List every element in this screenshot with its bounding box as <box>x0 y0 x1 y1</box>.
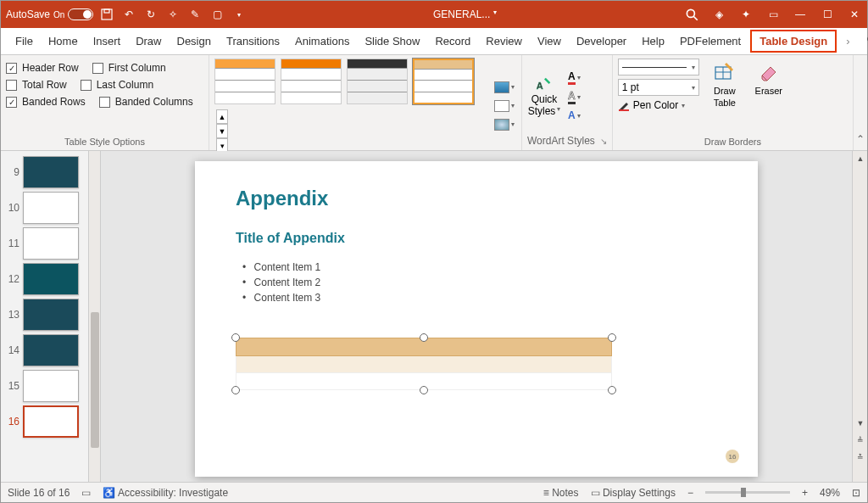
resize-handle-icon[interactable] <box>608 386 616 394</box>
zoom-out-icon[interactable]: − <box>687 487 693 499</box>
group-label-tso: Table Style Options <box>6 135 203 148</box>
thumb-scrollbar[interactable] <box>88 151 100 482</box>
thumb-9[interactable]: 9 <box>1 154 100 190</box>
tab-pdfelement[interactable]: PDFelement <box>672 28 748 54</box>
save-icon[interactable] <box>100 8 114 21</box>
tab-file[interactable]: File <box>8 28 41 54</box>
maximize-icon[interactable]: ☐ <box>820 7 835 22</box>
dialog-launcher-icon[interactable]: ↘ <box>600 137 607 146</box>
thumb-10[interactable]: 10 <box>1 190 100 226</box>
search-icon[interactable] <box>684 7 699 22</box>
workspace: 9 10 11 12 13 14 15 16 Appendix Title of… <box>1 151 867 482</box>
thumb-15[interactable]: 15 <box>1 368 100 404</box>
tab-help[interactable]: Help <box>634 28 672 54</box>
borders-button[interactable]: ▾ <box>492 98 516 114</box>
zoom-level[interactable]: 49% <box>820 487 840 499</box>
group-label-wordart: WordArt Styles↘ <box>527 133 607 148</box>
tab-review[interactable]: Review <box>478 28 530 54</box>
cb-banded-columns[interactable]: Banded Columns <box>99 96 193 108</box>
tab-slideshow[interactable]: Slide Show <box>357 28 427 54</box>
slide-title[interactable]: Appendix <box>236 187 717 210</box>
tab-design[interactable]: Design <box>170 28 219 54</box>
scroll-up-icon[interactable]: ▲ <box>854 153 866 165</box>
tab-table-design[interactable]: Table Design <box>750 30 837 53</box>
book-icon[interactable]: ▭ <box>81 487 91 499</box>
pen-style-dropdown[interactable]: ▾ <box>618 59 699 75</box>
diamond-icon[interactable]: ◈ <box>711 7 726 22</box>
zoom-slider[interactable] <box>705 491 790 494</box>
table-style-3[interactable] <box>347 59 408 104</box>
wand-icon[interactable]: ✦ <box>738 7 754 22</box>
prev-slide-icon[interactable]: ≜ <box>854 434 866 446</box>
pen-icon[interactable]: ✎ <box>188 8 202 21</box>
thumb-13[interactable]: 13 <box>1 297 100 333</box>
scroll-down-icon[interactable]: ▼ <box>854 417 866 429</box>
fit-window-icon[interactable]: ⊡ <box>852 487 860 499</box>
slide-canvas[interactable]: Appendix Title of Appendix Content Item … <box>101 151 852 482</box>
next-slide-icon[interactable]: ≛ <box>854 451 866 463</box>
close-icon[interactable]: ✕ <box>847 7 862 22</box>
zoom-in-icon[interactable]: + <box>802 487 808 499</box>
slide-subtitle[interactable]: Title of Appendix <box>236 231 717 246</box>
slide-content-list[interactable]: Content Item 1 Content Item 2 Content It… <box>236 261 717 304</box>
accessibility-status[interactable]: ♿ Accessibility: Investigate <box>103 487 228 499</box>
cb-header-row[interactable]: ✓Header Row <box>6 62 79 74</box>
quick-styles-button[interactable]: A Quick Styles▾ <box>527 75 561 117</box>
slide-thumbnails[interactable]: 9 10 11 12 13 14 15 16 <box>1 151 101 482</box>
table-style-1[interactable] <box>214 59 275 104</box>
tab-view[interactable]: View <box>530 28 569 54</box>
resize-handle-icon[interactable] <box>231 333 240 342</box>
selected-table[interactable] <box>236 338 612 390</box>
tab-insert[interactable]: Insert <box>86 28 129 54</box>
resize-handle-icon[interactable] <box>231 386 240 394</box>
tab-animations[interactable]: Animations <box>287 28 357 54</box>
pen-color-button[interactable]: Pen Color▾ <box>618 99 699 111</box>
list-item: Content Item 1 <box>242 261 717 273</box>
touch-mode-icon[interactable]: ✧ <box>166 8 180 21</box>
thumb-16[interactable]: 16 <box>1 404 100 439</box>
gallery-up-icon[interactable]: ▲ <box>216 109 228 124</box>
notes-button[interactable]: ≡ Notes <box>543 487 579 499</box>
thumb-11[interactable]: 11 <box>1 226 100 261</box>
group-draw-borders: ▾ 1 pt▾ Pen Color▾ DrawTable Eraser Draw… <box>613 55 854 150</box>
table-style-2[interactable] <box>281 59 342 104</box>
ribbon-mode-icon[interactable]: ▭ <box>765 7 781 22</box>
cb-banded-rows[interactable]: ✓Banded Rows <box>6 96 86 108</box>
gallery-down-icon[interactable]: ▼ <box>216 124 228 138</box>
tab-record[interactable]: Record <box>427 28 478 54</box>
display-settings-button[interactable]: ▭ Display Settings <box>591 487 676 499</box>
tab-developer[interactable]: Developer <box>569 28 634 54</box>
tab-overflow-icon[interactable]: › <box>838 28 857 54</box>
pen-weight-dropdown[interactable]: 1 pt▾ <box>618 79 699 96</box>
cb-first-column[interactable]: First Column <box>92 62 166 74</box>
cb-total-row[interactable]: Total Row <box>6 79 67 91</box>
text-outline-button[interactable]: A▾ <box>568 90 581 104</box>
cb-last-column[interactable]: Last Column <box>81 79 153 91</box>
redo-icon[interactable]: ↻ <box>144 8 158 21</box>
resize-handle-icon[interactable] <box>420 386 428 394</box>
text-effects-button[interactable]: A▾ <box>568 109 581 121</box>
resize-handle-icon[interactable] <box>420 333 428 342</box>
present-icon[interactable]: ▢ <box>210 8 224 21</box>
effects-button[interactable]: ▾ <box>492 117 516 132</box>
tab-home[interactable]: Home <box>41 28 86 54</box>
share-icon[interactable] <box>858 28 869 54</box>
tab-transitions[interactable]: Transitions <box>219 28 287 54</box>
eraser-button[interactable]: Eraser <box>750 59 787 98</box>
resize-handle-icon[interactable] <box>608 333 616 342</box>
collapse-ribbon-icon[interactable]: ⌃ <box>854 55 867 150</box>
tab-draw[interactable]: Draw <box>128 28 169 54</box>
autosave-toggle[interactable]: AutoSave On <box>6 8 93 20</box>
thumb-14[interactable]: 14 <box>1 333 100 368</box>
minimize-icon[interactable]: — <box>793 7 808 22</box>
shading-button[interactable]: ▾ <box>492 80 516 95</box>
qat-more-icon[interactable]: ▾ <box>232 8 246 21</box>
filename[interactable]: GENERAL... <box>433 8 490 20</box>
thumb-12[interactable]: 12 <box>1 261 100 297</box>
vertical-scrollbar[interactable]: ▲ ▼ ≜ ≛ <box>852 151 867 482</box>
draw-table-button[interactable]: DrawTable <box>706 59 743 109</box>
text-fill-button[interactable]: A▾ <box>568 70 581 85</box>
table-style-4[interactable] <box>413 59 474 104</box>
undo-icon[interactable]: ↶ <box>122 8 136 21</box>
slide-counter[interactable]: Slide 16 of 16 <box>8 487 70 499</box>
